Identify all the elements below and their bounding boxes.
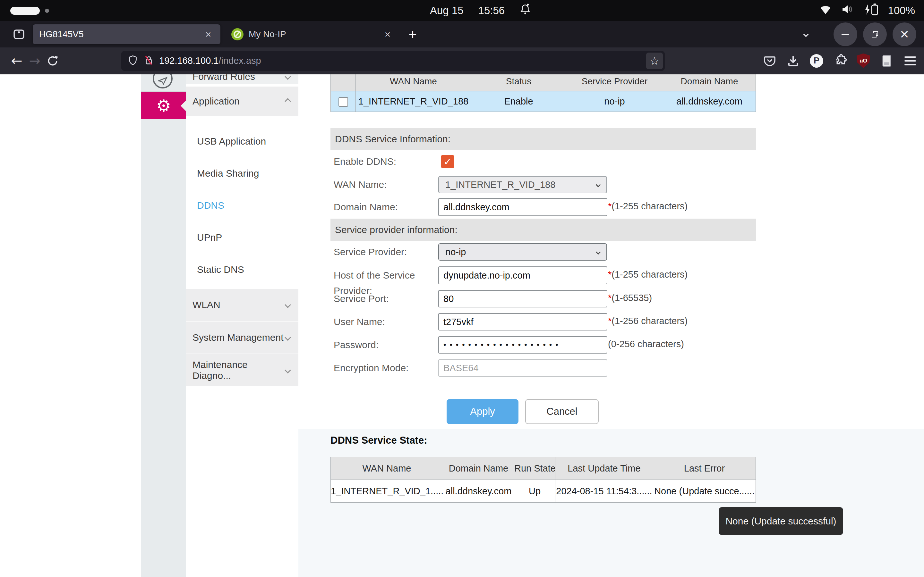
window-restore-button[interactable] xyxy=(863,23,887,46)
sidebar-item-system-management[interactable]: System Management xyxy=(186,322,298,354)
no-ip-favicon xyxy=(231,28,244,40)
section-service-provider-information: Service provider information: xyxy=(330,219,756,241)
wan-name-label: WAN Name: xyxy=(334,177,387,192)
tab-close-icon[interactable]: × xyxy=(202,28,215,41)
workspace-dot[interactable] xyxy=(45,9,49,13)
window-close-button[interactable]: ✕ xyxy=(893,23,916,46)
encryption-mode-input[interactable] xyxy=(438,359,607,377)
forward-button[interactable]: → xyxy=(26,52,44,70)
service-port-label: Service Port: xyxy=(334,291,389,306)
wan-name-select[interactable]: 1_INTERNET_R_VID_188 xyxy=(438,176,607,193)
sidebar-item-forward-rules[interactable]: Forward Rules xyxy=(186,74,298,84)
ublock-origin-icon[interactable]: uO xyxy=(855,52,872,69)
back-button[interactable]: ← xyxy=(8,52,26,70)
workspace-pill[interactable] xyxy=(10,7,40,15)
active-section-notch xyxy=(181,100,186,111)
section-ddns-service-information: DDNS Service Information: xyxy=(330,128,756,150)
router-admin-page: ⚙ Forward Rules Application USB Applicat… xyxy=(0,74,924,577)
sidebar-menu: Forward Rules Application USB Applicatio… xyxy=(186,74,298,577)
required-asterisk: * xyxy=(608,201,612,211)
user-name-input[interactable] xyxy=(438,313,607,330)
password-hint: (0-256 characters) xyxy=(608,339,684,349)
host-input[interactable] xyxy=(438,266,607,284)
ddns-content: WAN Name Status Service Provider Domain … xyxy=(330,74,756,577)
sidebar-item-maintenance-diagnose[interactable]: Maintenance Diagno... xyxy=(186,354,298,386)
cell-status: Enable xyxy=(471,91,566,112)
sidebar-item-ddns[interactable]: DDNS xyxy=(186,189,298,221)
sidebar-item-usb-application[interactable]: USB Application xyxy=(186,125,298,157)
list-all-tabs-icon[interactable] xyxy=(797,25,815,43)
url-path: /index.asp xyxy=(218,55,261,66)
downloads-icon[interactable] xyxy=(784,52,802,69)
extensions-puzzle-icon[interactable] xyxy=(831,52,849,69)
required-asterisk: * xyxy=(608,293,612,303)
last-error-tooltip: None (Update successful) xyxy=(719,507,843,535)
sidebar-item-application[interactable]: Application xyxy=(186,87,298,116)
reload-button[interactable] xyxy=(44,52,61,70)
cell-service-provider: no-ip xyxy=(566,91,663,112)
tab-title: My No-IP xyxy=(249,29,381,39)
tab-bar: HG8145V5 × My No-IP × + ✕ xyxy=(0,21,924,47)
required-asterisk: * xyxy=(608,316,612,326)
application-submenu: USB Application Media Sharing DDNS UPnP … xyxy=(186,116,298,289)
pocket-icon[interactable] xyxy=(761,52,779,69)
system-clock[interactable]: Aug 15 15:56 xyxy=(430,0,531,21)
chevron-down-icon xyxy=(284,301,291,308)
row-checkbox[interactable] xyxy=(338,97,348,107)
url-bar[interactable]: 192.168.100.1/index.asp ☆ xyxy=(121,51,665,71)
application-section-tab[interactable]: ⚙ xyxy=(141,92,186,119)
header-last-error: Last Error xyxy=(653,457,756,480)
service-provider-select[interactable]: no-ip xyxy=(438,243,607,261)
shield-icon[interactable] xyxy=(127,55,139,67)
tab-title: HG8145V5 xyxy=(39,29,202,39)
ddns-service-state-table: WAN Name Domain Name Run State Last Upda… xyxy=(330,457,756,503)
domain-hint: (1-255 characters) xyxy=(612,201,688,211)
window-minimize-button[interactable] xyxy=(834,23,857,46)
sidebar-item-static-dns[interactable]: Static DNS xyxy=(186,253,298,285)
chevron-up-icon xyxy=(284,98,291,105)
sidebar-item-wlan[interactable]: WLAN xyxy=(186,289,298,321)
tab-my-no-ip[interactable]: My No-IP × xyxy=(225,24,400,44)
bell-icon xyxy=(519,3,531,18)
chevron-down-icon xyxy=(596,182,601,187)
password-input[interactable] xyxy=(438,336,607,354)
apply-button[interactable]: Apply xyxy=(447,399,519,424)
domain-name-input[interactable] xyxy=(438,198,607,216)
header-status: Status xyxy=(471,74,566,91)
wifi-icon xyxy=(819,3,832,18)
rail-top-section xyxy=(141,74,186,92)
sidebar-item-upnp[interactable]: UPnP xyxy=(186,221,298,253)
tab-hg8145v5[interactable]: HG8145V5 × xyxy=(33,24,220,44)
cell-wan-name: 1_INTERNET_R_VID_188 xyxy=(356,91,471,112)
required-asterisk: * xyxy=(608,269,612,279)
bookmark-star-icon[interactable]: ☆ xyxy=(646,53,663,69)
user-name-label: User Name: xyxy=(334,314,385,330)
header-wan-name: WAN Name xyxy=(356,74,471,91)
tab-close-icon[interactable]: × xyxy=(381,28,394,41)
table-row: 1_INTERNET_R_VID_188 Enable no-ip all.dd… xyxy=(331,91,756,112)
chevron-down-icon xyxy=(284,334,291,341)
sidebar-item-media-sharing[interactable]: Media Sharing xyxy=(186,157,298,189)
enable-ddns-checkbox[interactable]: ✓ xyxy=(441,155,454,168)
firefox-view-icon[interactable] xyxy=(10,25,28,44)
cell-domain-name: all.ddnskey.com xyxy=(663,91,756,112)
cell-last-update-time: 2024-08-15 11:54:3...... xyxy=(556,480,653,503)
system-tray[interactable]: 100% xyxy=(819,0,915,21)
system-time: 15:56 xyxy=(478,5,505,17)
menu-hamburger-icon[interactable] xyxy=(901,52,919,69)
insecure-lock-icon[interactable] xyxy=(143,55,155,67)
ddns-service-state-title: DDNS Service State: xyxy=(330,435,427,446)
table-row: 1_INTERNET_R_VID_1...... all.ddnskey.com… xyxy=(331,480,756,503)
domain-name-label: Domain Name: xyxy=(334,199,398,215)
browser-toolbar: ← → 192.168.100.1/index.asp ☆ xyxy=(0,47,924,74)
internet-section-icon[interactable] xyxy=(153,74,173,89)
page-document-icon[interactable] xyxy=(878,52,895,69)
privacy-badger-icon[interactable]: P xyxy=(808,52,825,69)
chevron-down-icon xyxy=(284,367,291,374)
service-port-input[interactable] xyxy=(438,290,607,308)
cancel-button[interactable]: Cancel xyxy=(525,399,599,424)
header-domain-name: Domain Name xyxy=(663,74,756,91)
header-last-update-time: Last Update Time xyxy=(556,457,653,480)
new-tab-button[interactable]: + xyxy=(403,25,422,44)
header-service-provider: Service Provider xyxy=(566,74,663,91)
